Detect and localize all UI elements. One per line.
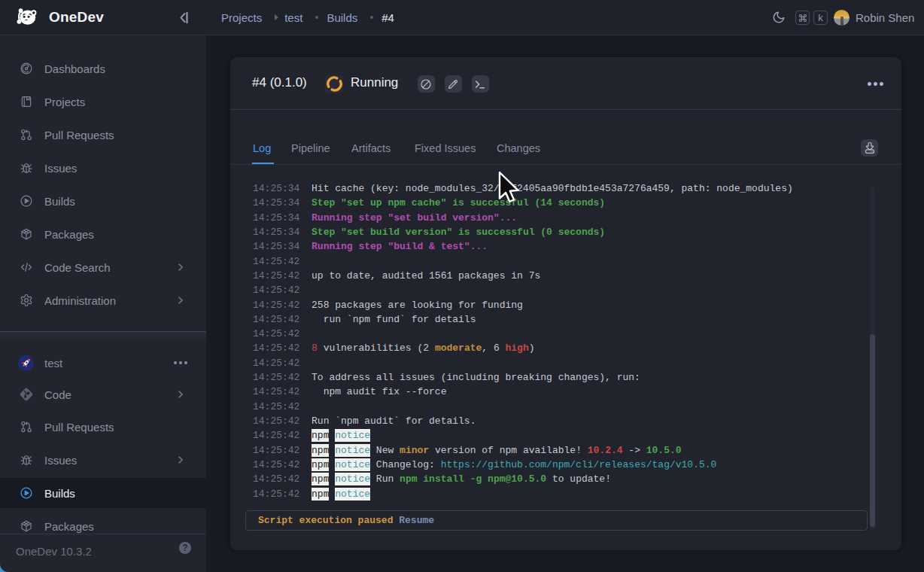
svg-text:?: ? [182,543,187,553]
